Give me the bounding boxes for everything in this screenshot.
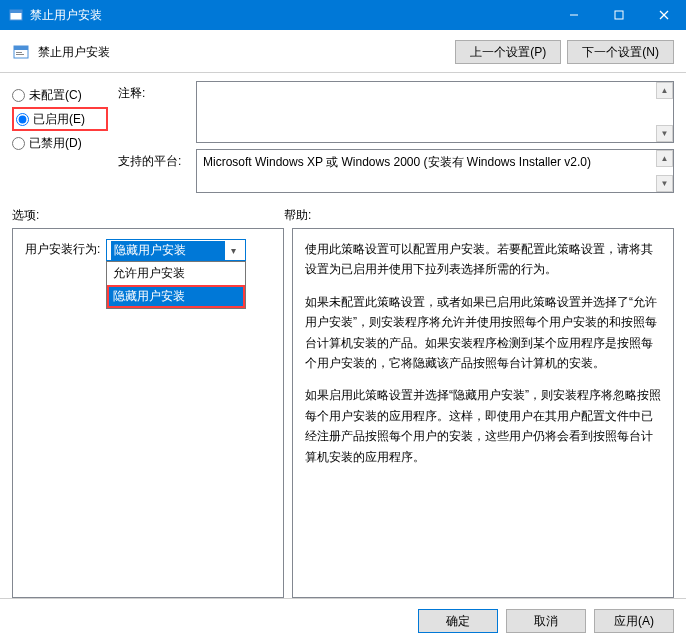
help-heading: 帮助: xyxy=(284,207,674,224)
policy-title: 禁止用户安装 xyxy=(38,44,449,61)
ok-button[interactable]: 确定 xyxy=(418,609,498,633)
radio-enabled[interactable]: 已启用(E) xyxy=(12,107,108,131)
behavior-selected-value: 隐藏用户安装 xyxy=(111,241,225,260)
behavior-option-hide[interactable]: 隐藏用户安装 xyxy=(107,285,245,308)
comment-textarea[interactable]: ▲ ▼ xyxy=(196,81,674,143)
next-setting-button[interactable]: 下一个设置(N) xyxy=(567,40,674,64)
radio-enabled-input[interactable] xyxy=(16,113,29,126)
maximize-button[interactable] xyxy=(596,0,641,30)
cancel-button[interactable]: 取消 xyxy=(506,609,586,633)
state-radio-group: 未配置(C) 已启用(E) 已禁用(D) xyxy=(12,81,108,193)
behavior-label: 用户安装行为: xyxy=(25,239,100,258)
options-heading: 选项: xyxy=(12,207,284,224)
radio-not-configured-label: 未配置(C) xyxy=(29,87,82,104)
radio-enabled-label: 已启用(E) xyxy=(33,111,85,128)
options-panel: 用户安装行为: 隐藏用户安装 ▾ 允许用户安装 隐藏用户安装 xyxy=(12,228,284,598)
platform-label: 支持的平台: xyxy=(118,149,188,193)
scroll-up-icon[interactable]: ▲ xyxy=(656,82,673,99)
app-icon xyxy=(8,7,24,23)
svg-rect-9 xyxy=(16,54,24,55)
scroll-down-icon[interactable]: ▼ xyxy=(656,175,673,192)
scroll-up-icon[interactable]: ▲ xyxy=(656,150,673,167)
help-panel: 使用此策略设置可以配置用户安装。若要配置此策略设置，请将其设置为已启用并使用下拉… xyxy=(292,228,674,598)
radio-disabled-label: 已禁用(D) xyxy=(29,135,82,152)
comment-label: 注释: xyxy=(118,81,188,143)
radio-not-configured[interactable]: 未配置(C) xyxy=(12,83,108,107)
radio-not-configured-input[interactable] xyxy=(12,89,25,102)
svg-rect-3 xyxy=(615,11,623,19)
help-paragraph-2: 如果未配置此策略设置，或者如果已启用此策略设置并选择了“允许用户安装”，则安装程… xyxy=(305,292,661,374)
scroll-down-icon[interactable]: ▼ xyxy=(656,125,673,142)
help-paragraph-1: 使用此策略设置可以配置用户安装。若要配置此策略设置，请将其设置为已启用并使用下拉… xyxy=(305,239,661,280)
policy-icon xyxy=(12,43,30,61)
svg-rect-7 xyxy=(14,46,28,50)
help-paragraph-3: 如果启用此策略设置并选择“隐藏用户安装”，则安装程序将忽略按照每个用户安装的应用… xyxy=(305,385,661,467)
window-title: 禁止用户安装 xyxy=(30,7,551,24)
behavior-dropdown-list: 允许用户安装 隐藏用户安装 xyxy=(106,261,246,309)
platform-textarea: Microsoft Windows XP 或 Windows 2000 (安装有… xyxy=(196,149,674,193)
dialog-footer: 确定 取消 应用(A) xyxy=(0,598,686,643)
prev-setting-button[interactable]: 上一个设置(P) xyxy=(455,40,561,64)
radio-disabled-input[interactable] xyxy=(12,137,25,150)
header-row: 禁止用户安装 上一个设置(P) 下一个设置(N) xyxy=(0,30,686,70)
minimize-button[interactable] xyxy=(551,0,596,30)
platform-value: Microsoft Windows XP 或 Windows 2000 (安装有… xyxy=(203,155,591,169)
close-button[interactable] xyxy=(641,0,686,30)
behavior-option-allow[interactable]: 允许用户安装 xyxy=(107,262,245,285)
apply-button[interactable]: 应用(A) xyxy=(594,609,674,633)
window-titlebar: 禁止用户安装 xyxy=(0,0,686,30)
chevron-down-icon: ▾ xyxy=(225,245,241,256)
svg-rect-8 xyxy=(16,52,22,53)
radio-disabled[interactable]: 已禁用(D) xyxy=(12,131,108,155)
behavior-dropdown[interactable]: 隐藏用户安装 ▾ xyxy=(106,239,246,261)
svg-rect-1 xyxy=(10,10,22,13)
